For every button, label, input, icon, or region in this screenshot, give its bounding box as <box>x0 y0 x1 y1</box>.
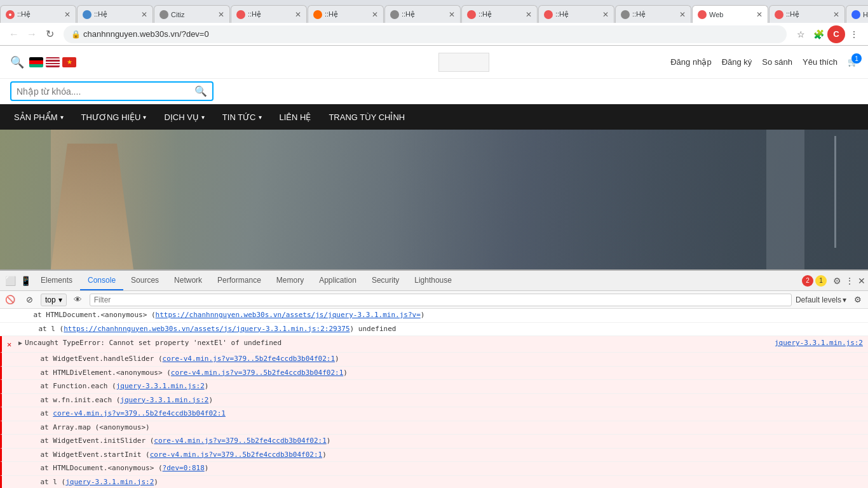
forward-button[interactable]: → <box>23 25 41 43</box>
tab-t6[interactable]: ::Hệ ✕ <box>384 5 461 23</box>
tab-close-t7[interactable]: ✕ <box>526 10 532 19</box>
console-text: at WidgetEvent.initSlider (core-v4.min.j… <box>24 436 863 447</box>
wishlist-link[interactable]: Yêu thích <box>803 57 837 67</box>
console-link[interactable]: ?dev=0:818 <box>163 464 205 472</box>
search-bar-wrap: 🔍 <box>0 79 868 104</box>
tab-title-t6: ::Hệ <box>402 10 446 18</box>
console-link[interactable]: core-v4.min.js?v=379..5b2fe4ccdb3b04f02:… <box>163 355 336 363</box>
console-link[interactable]: https://chanhnnguyen.web30s.vn/assets/js… <box>156 311 421 319</box>
tab-favicon-t12 <box>851 10 860 19</box>
console-stop-button[interactable]: ⊘ <box>22 292 37 308</box>
tab-t5[interactable]: ::Hệ ✕ <box>308 5 384 23</box>
nav-item-contact[interactable]: LIÊN HỆ <box>271 104 320 130</box>
context-dropdown[interactable]: top ▾ <box>41 294 67 306</box>
tab-close-t6[interactable]: ✕ <box>449 10 455 19</box>
search-submit-button[interactable]: 🔍 <box>194 85 207 97</box>
cart-icon[interactable]: 🛒 1 <box>848 57 858 67</box>
console-filter-input[interactable] <box>90 294 792 306</box>
tab-t1[interactable]: ● ::Hệ ✕ <box>0 5 76 23</box>
tab-favicon-t9 <box>621 10 630 19</box>
login-link[interactable]: Đăng nhập <box>670 57 711 67</box>
tab-close-t2[interactable]: ✕ <box>141 10 147 19</box>
error-source-link[interactable]: jquery-3.3.1.min.js:2 <box>775 338 863 349</box>
devtools-inspect-button[interactable]: ⬜ <box>3 273 18 288</box>
tab-network[interactable]: Network <box>166 271 210 290</box>
back-button[interactable]: ← <box>5 25 23 43</box>
tab-elements[interactable]: Elements <box>33 271 80 290</box>
devtools-device-button[interactable]: 📱 <box>18 273 33 288</box>
cart-badge: 1 <box>851 53 862 64</box>
tab-close-t4[interactable]: ✕ <box>295 10 301 19</box>
tab-close-t5[interactable]: ✕ <box>372 10 378 19</box>
tab-security[interactable]: Security <box>364 271 407 290</box>
devtools-more-button[interactable]: ⋮ <box>845 276 854 286</box>
address-input-wrap[interactable]: 🔒 chanhnnguyen.web30s.vn/?dev=0 <box>64 25 787 43</box>
flag-usa[interactable] <box>46 57 60 67</box>
search-icon[interactable]: 🔍 <box>10 55 24 69</box>
console-settings-button[interactable]: ⚙ <box>850 292 865 308</box>
user-avatar[interactable]: C <box>827 25 845 43</box>
register-link[interactable]: Đăng ký <box>722 57 752 67</box>
tab-t3[interactable]: Citiz ✕ <box>154 5 230 23</box>
tab-t8[interactable]: ::Hệ ✕ <box>538 5 614 23</box>
devtools-close-button[interactable]: ✕ <box>858 276 865 286</box>
reload-button[interactable]: ↻ <box>41 25 58 43</box>
tab-sources[interactable]: Sources <box>123 271 166 290</box>
tab-t10[interactable]: Web ✕ <box>692 5 768 23</box>
tab-close-t3[interactable]: ✕ <box>218 10 224 19</box>
tab-t9[interactable]: ::Hệ ✕ <box>615 5 691 23</box>
tab-memory[interactable]: Memory <box>269 271 311 290</box>
hero-image <box>0 130 868 269</box>
tab-close-t11[interactable]: ✕ <box>833 10 839 19</box>
devtools-settings-button[interactable]: ⚙ <box>833 276 841 286</box>
extension-button[interactable]: 🧩 <box>810 25 827 43</box>
tab-close-t10[interactable]: ✕ <box>756 10 763 19</box>
console-link[interactable]: jquery-3.3.1.min.js:2 <box>65 478 154 486</box>
console-link[interactable]: core-v4.min.js?v=379..5b2fe4ccdb3b04f02:… <box>171 369 344 377</box>
tab-lighthouse[interactable]: Lighthouse <box>407 271 459 290</box>
nav-item-brands[interactable]: THƯƠNG HIỆU ▾ <box>72 104 156 130</box>
console-link[interactable]: jquery-3.3.1.min.js:2 <box>120 396 208 404</box>
tab-close-t9[interactable]: ✕ <box>679 10 686 19</box>
nav-item-products[interactable]: SẢN PHẨM ▾ <box>5 104 72 130</box>
nav-item-services-label: DỊCH VỤ <box>164 112 198 122</box>
flag-afghanistan[interactable] <box>29 57 43 67</box>
bookmark-button[interactable]: ☆ <box>792 25 810 43</box>
menu-button[interactable]: ⋮ <box>845 25 863 43</box>
expand-arrow[interactable]: ▶ <box>18 338 22 348</box>
console-text: at core-v4.min.js?v=379..5b2fe4ccdb3b04f… <box>24 409 863 419</box>
log-levels-caret: ▾ <box>843 295 846 304</box>
nav-caret-brands: ▾ <box>143 114 146 121</box>
tab-t7[interactable]: ::Hệ ✕ <box>461 5 538 23</box>
console-link[interactable]: https://chanhnnguyen.web30s.vn/assets/js… <box>64 325 349 333</box>
nav-item-services[interactable]: DỊCH VỤ ▾ <box>155 104 213 130</box>
tab-application[interactable]: Application <box>311 271 364 290</box>
tab-t11[interactable]: ::Hệ ✕ <box>769 5 845 23</box>
browser-chrome: ● ::Hệ ✕ ::Hệ ✕ Citiz ✕ ::Hệ ✕ ::Hệ <box>0 0 868 46</box>
tab-t4[interactable]: ::Hệ ✕ <box>231 5 307 23</box>
console-link[interactable]: core-v4.min.js?v=379..5b2fe4ccdb3b04f02:… <box>150 451 323 459</box>
search-input-box: 🔍 <box>10 81 214 101</box>
tab-close-t8[interactable]: ✕ <box>602 10 609 19</box>
tab-t2[interactable]: ::Hệ ✕ <box>77 5 153 23</box>
compare-link[interactable]: So sánh <box>762 57 792 67</box>
tab-t12[interactable]: Hom ✕ <box>846 5 868 23</box>
eye-button[interactable]: 👁 <box>71 292 86 308</box>
tab-close-t1[interactable]: ✕ <box>64 10 71 19</box>
tab-performance[interactable]: Performance <box>210 271 269 290</box>
console-clear-button[interactable]: 🚫 <box>3 292 18 308</box>
flag-vietnam[interactable] <box>62 57 76 67</box>
nav-item-news[interactable]: TIN TỨC ▾ <box>214 104 271 130</box>
console-link[interactable]: core-v4.min.js?v=379..5b2fe4ccdb3b04f02:… <box>53 409 226 417</box>
console-line: at HTMLDocument.<anonymous> (https://cha… <box>0 309 868 323</box>
log-levels-dropdown[interactable]: Default levels ▾ <box>796 295 846 304</box>
console-line: at HTMLDivElement.<anonymous> (core-v4.m… <box>0 367 868 381</box>
console-link[interactable]: core-v4.min.js?v=379..5b2fe4ccdb3b04f02:… <box>154 437 327 445</box>
search-input[interactable] <box>17 86 194 97</box>
console-error-line: ✕ ▶ Uncaught TypeError: Cannot set prope… <box>0 336 868 353</box>
tab-title-t11: ::Hệ <box>786 10 831 18</box>
console-link[interactable]: jquery-3.3.1.min.js:2 <box>116 382 205 390</box>
nav-item-custom[interactable]: TRANG TÙY CHỈNH <box>320 104 414 130</box>
tab-console[interactable]: Console <box>80 271 123 290</box>
console-line: at WidgetEvent.handleSlider (core-v4.min… <box>0 353 868 367</box>
